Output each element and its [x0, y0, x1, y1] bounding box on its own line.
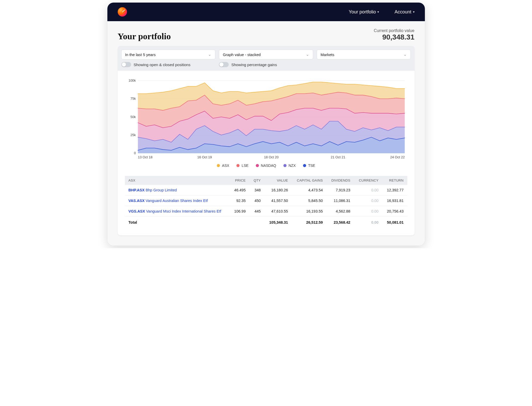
col-asx[interactable]: ASX: [125, 176, 230, 185]
cell-return: 12,392.77: [382, 185, 407, 196]
page-header: Your portfolio Current portfolio value 9…: [107, 21, 425, 46]
toggle-positions-label: Showing open & closed positions: [134, 63, 190, 67]
toggle-percent-wrap: Showing percentage gains: [219, 62, 313, 67]
legend-label: NASDAQ: [261, 163, 276, 168]
nav-your-portfolio[interactable]: Your portfolio ▾: [349, 9, 379, 15]
holdings-total-row: Total105,348.3126,512.5923,568.420.0050,…: [125, 217, 407, 228]
legend-dot-icon: [217, 164, 220, 167]
select-time-range[interactable]: In the last 5 years ⌄: [121, 50, 216, 59]
nav-account-label: Account: [394, 9, 411, 15]
holdings-section: ASXPRICEQTYVALUECAPITAL GAINSDIVIDENDSCU…: [118, 176, 415, 235]
select-graph-mode-value: Graph value - stacked: [223, 52, 261, 57]
holding-ticker-link[interactable]: VGS.ASX: [129, 209, 146, 213]
kpi-label: Current portfolio value: [374, 28, 414, 33]
svg-text:75k: 75k: [130, 97, 136, 100]
total-label: Total: [125, 217, 230, 228]
cell-value: 41,557.50: [264, 196, 292, 206]
cell-price: 92.35: [230, 196, 249, 206]
total-currency: 0.00: [354, 217, 382, 228]
toggle-percent-label: Showing percentage gains: [231, 63, 277, 67]
col-value[interactable]: VALUE: [264, 176, 292, 185]
empty-cell: [230, 217, 249, 228]
legend-label: LSE: [242, 163, 248, 168]
select-graph-mode[interactable]: Graph value - stacked ⌄: [219, 50, 313, 59]
holding-ticker-link[interactable]: VAS.ASX: [129, 199, 146, 203]
cell-currency: 0.00: [354, 196, 382, 206]
col-price[interactable]: PRICE: [230, 176, 249, 185]
col-return[interactable]: RETURN: [382, 176, 407, 185]
svg-text:24 Oct 22: 24 Oct 22: [390, 155, 405, 159]
col-qty[interactable]: QTY: [249, 176, 264, 185]
total-value: 105,348.31: [264, 217, 292, 228]
total-dividends: 23,568.42: [327, 217, 354, 228]
holding-ticker-link[interactable]: BHP.ASX: [129, 188, 146, 192]
svg-text:21 Oct 21: 21 Oct 21: [331, 155, 345, 159]
cell-capital-gains: 4,473.54: [292, 185, 327, 196]
legend-item-lse[interactable]: LSE: [236, 163, 248, 168]
nav-links: Your portfolio ▾ Account ▾: [349, 9, 414, 15]
legend-item-nasdaq[interactable]: NASDAQ: [256, 163, 276, 168]
col-dividends[interactable]: DIVIDENDS: [327, 176, 354, 185]
total-return: 50,081.01: [382, 217, 407, 228]
table-row: BHP.ASX Bhp Group Limited46.49534816,180…: [125, 185, 407, 196]
legend-dot-icon: [256, 164, 259, 167]
content: In the last 5 years ⌄ Graph value - stac…: [107, 46, 425, 246]
chart-legend: ASXLSENASDAQNZXTSE: [125, 161, 407, 173]
holding-name[interactable]: Bhp Group Limited: [146, 188, 177, 192]
legend-label: ASX: [222, 163, 229, 168]
holding-name[interactable]: Vanguard Australian Shares Index Etf: [146, 199, 208, 203]
select-grouping[interactable]: Markets ⌄: [317, 50, 411, 59]
legend-dot-icon: [303, 164, 306, 167]
legend-dot-icon: [236, 164, 240, 167]
cell-return: 20,756.43: [382, 206, 407, 217]
total-capital-gains: 26,512.59: [292, 217, 327, 228]
cell-qty: 450: [249, 196, 264, 206]
holding-name[interactable]: Vanguard Msci Index International Shares…: [146, 209, 221, 213]
cell-currency: 0.00: [354, 206, 382, 217]
cell-value: 16,180.26: [264, 185, 292, 196]
chevron-down-icon: ⌄: [306, 52, 309, 57]
table-row: VGS.ASX Vanguard Msci Index Internationa…: [125, 206, 407, 217]
select-time-range-value: In the last 5 years: [125, 52, 156, 57]
cell-value: 47,610.55: [264, 206, 292, 217]
cell-dividends: 7,919.23: [327, 185, 354, 196]
nav-account[interactable]: Account ▾: [394, 9, 414, 15]
cell-capital-gains: 5,845.50: [292, 196, 327, 206]
holdings-header-row: ASXPRICEQTYVALUECAPITAL GAINSDIVIDENDSCU…: [125, 176, 407, 185]
chevron-down-icon: ⌄: [208, 52, 211, 57]
svg-text:50k: 50k: [130, 115, 136, 119]
toggle-positions[interactable]: [121, 62, 131, 67]
select-grouping-value: Markets: [321, 52, 334, 57]
cell-capital-gains: 16,193.55: [292, 206, 327, 217]
legend-item-nzx[interactable]: NZX: [283, 163, 296, 168]
legend-label: TSE: [308, 163, 315, 168]
cell-currency: 0.00: [354, 185, 382, 196]
col-currency[interactable]: CURRENCY: [354, 176, 382, 185]
chart-area: 025k50k75k100k13 Oct 1816 Oct 1918 Oct 2…: [118, 71, 415, 176]
brand-logo-icon[interactable]: [118, 7, 127, 17]
controls-bar: In the last 5 years ⌄ Graph value - stac…: [118, 46, 415, 71]
portfolio-value-kpi: Current portfolio value 90,348.31: [374, 28, 414, 41]
chevron-down-icon: ▾: [413, 10, 415, 14]
legend-item-asx[interactable]: ASX: [217, 163, 229, 168]
table-row: VAS.ASX Vanguard Australian Shares Index…: [125, 196, 407, 206]
kpi-value: 90,348.31: [374, 33, 414, 41]
svg-text:13 Oct 18: 13 Oct 18: [138, 155, 153, 159]
top-nav: Your portfolio ▾ Account ▾: [107, 3, 425, 21]
col-capital-gains[interactable]: CAPITAL GAINS: [292, 176, 327, 185]
nav-your-portfolio-label: Your portfolio: [349, 9, 376, 15]
cell-qty: 445: [249, 206, 264, 217]
app-shell: Your portfolio ▾ Account ▾ Your portfoli…: [107, 3, 425, 246]
portfolio-card: In the last 5 years ⌄ Graph value - stac…: [118, 46, 415, 235]
legend-item-tse[interactable]: TSE: [303, 163, 315, 168]
cell-return: 16,931.81: [382, 196, 407, 206]
svg-text:25k: 25k: [130, 133, 136, 137]
cell-qty: 348: [249, 185, 264, 196]
toggle-percent[interactable]: [219, 62, 229, 67]
cell-price: 46.495: [230, 185, 249, 196]
svg-text:0: 0: [134, 151, 136, 155]
legend-label: NZX: [289, 163, 296, 168]
legend-dot-icon: [283, 164, 287, 167]
cell-dividends: 11,086.31: [327, 196, 354, 206]
page-title: Your portfolio: [118, 32, 171, 41]
